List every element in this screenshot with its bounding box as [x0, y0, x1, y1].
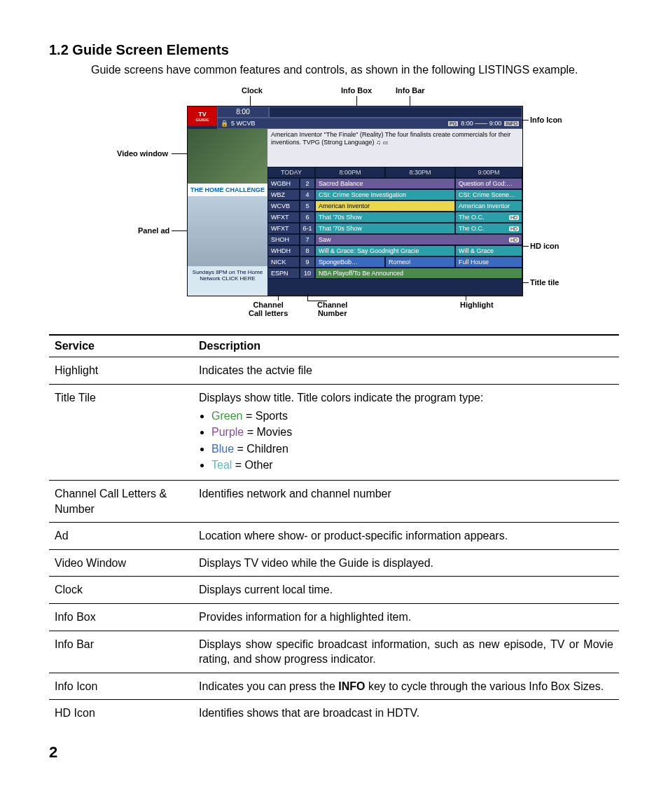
channel-number: 6	[300, 212, 315, 223]
service-name: HD Icon	[49, 700, 193, 727]
title-tile: Will & Grace: Say Goodnight Gracie	[315, 245, 455, 256]
service-row: Video WindowDisplays TV video while the …	[49, 549, 619, 577]
callout-infobar: Info Bar	[396, 86, 425, 95]
channel-call-letters: NICK	[267, 256, 300, 268]
title-tile: The O.C.	[455, 223, 522, 234]
title-tile: That '70s Show	[315, 212, 455, 223]
listing-row: WFXT6-1That '70s ShowThe O.C.	[267, 223, 522, 234]
listing-row: WGBH2Sacred BalanceQuestion of God:…	[267, 178, 522, 189]
callout-infobox: Info Box	[341, 86, 372, 95]
title-tile: CSI: Crime Scene…	[455, 189, 522, 200]
service-row: ClockDisplays current local time.	[49, 577, 619, 604]
th-description: Description	[193, 335, 619, 357]
service-name: Clock	[49, 577, 193, 604]
service-name: Title Tile	[49, 384, 193, 480]
service-row: Info IconIndicates you can press the INF…	[49, 673, 619, 700]
section-heading: 1.2 Guide Screen Elements	[49, 42, 619, 58]
service-row: Channel Call Letters & NumberIdentifies …	[49, 480, 619, 522]
intro-paragraph: Guide screens have common features and c…	[91, 62, 619, 78]
channel-call-letters: WFXT	[267, 223, 300, 234]
title-tile: CSI: Crime Scene Investigation	[315, 189, 455, 200]
video-window	[188, 129, 267, 184]
channel-number: 10	[300, 268, 315, 279]
infobar-time: 8:00 —— 9:00	[461, 120, 501, 127]
callout-infoicon: Info Icon	[530, 116, 562, 124]
page-number: 2	[49, 743, 619, 762]
title-tile: That '70s Show	[315, 223, 455, 234]
guide-infobar: 🔒 5 WCVB PG 8:00 —— 9:00 INFO	[217, 118, 522, 129]
service-name: Channel Call Letters & Number	[49, 480, 193, 522]
service-description: Identifies shows that are broadcast in H…	[193, 700, 619, 727]
channel-number: 8	[300, 245, 315, 256]
service-description: Identifies network and channel number	[193, 480, 619, 522]
callout-clock: Clock	[242, 86, 263, 95]
service-row: Info BoxProvides information for a highl…	[49, 603, 619, 631]
service-name: Ad	[49, 523, 193, 550]
callout-titletile: Title tile	[530, 278, 559, 287]
listing-row: WCVB5American InventorAmerican Inventor	[267, 200, 522, 212]
tvguide-logo: TVGUIDE	[188, 106, 217, 126]
service-row: HighlightIndicates the actvie file	[49, 357, 619, 385]
service-description: Displays show title. Title colors indica…	[193, 384, 619, 480]
channel-call-letters: WBZ	[267, 189, 300, 200]
channel-number: 5	[300, 200, 315, 212]
channel-number: 6-1	[300, 223, 315, 234]
listing-row: WBZ4CSI: Crime Scene InvestigationCSI: C…	[267, 189, 522, 200]
callout-panelad: Panel ad	[138, 226, 169, 235]
tv-guide-box: TVGUIDE 8:00 🔒 5 WCVB PG 8:00 —— 9:00 IN…	[187, 106, 523, 296]
info-icon: INFO	[504, 121, 519, 126]
listing-row: WHDH8Will & Grace: Say Goodnight GracieW…	[267, 245, 522, 256]
listing-row: WFXT6That '70s ShowThe O.C.	[267, 212, 522, 223]
listings-grid: American Inventor "The Finale" (Reality)…	[267, 129, 522, 296]
channel-number: 7	[300, 234, 315, 245]
info-box: American Inventor "The Finale" (Reality)…	[267, 129, 522, 167]
grid-header-cell: 9:00PM	[455, 167, 522, 178]
listing-row: NICK9SpongeBob…Romeo!Full House	[267, 256, 522, 268]
title-tile: American Inventor	[455, 200, 522, 212]
channel-call-letters: SHOH	[267, 234, 300, 245]
title-tile: The O.C.	[455, 212, 522, 223]
title-tile: NBA Playoff/To Be Announced	[315, 268, 522, 279]
service-description: Displays TV video while the Guide is dis…	[193, 549, 619, 577]
callout-highlight: Highlight	[460, 301, 494, 309]
title-tile: Saw	[315, 234, 522, 245]
channel-call-letters: ESPN	[267, 268, 300, 279]
callout-videowindow: Video window	[117, 149, 168, 158]
service-row: AdLocation where show- or product-specif…	[49, 523, 619, 550]
service-description: Indicates you can press the INFO key to …	[193, 673, 619, 700]
callout-hdicon: HD icon	[530, 242, 559, 250]
listing-row: ESPN10NBA Playoff/To Be Announced	[267, 268, 522, 279]
service-table: Service Description HighlightIndicates t…	[49, 334, 619, 727]
channel-number: 4	[300, 189, 315, 200]
channel-call-letters: WHDH	[267, 245, 300, 256]
title-tile: Question of God:…	[455, 178, 522, 189]
grid-header-cell: TODAY	[267, 167, 315, 178]
callout-callletters: Channel Call letters	[249, 301, 288, 317]
guide-clock: 8:00	[217, 106, 269, 118]
guide-figure: Clock Info Box Info Bar TVGUIDE 8:00 🔒 5…	[82, 86, 586, 324]
callout-channelnumber: Channel Number	[317, 301, 347, 317]
service-name: Info Icon	[49, 673, 193, 700]
th-service: Service	[49, 335, 193, 357]
channel-number: 9	[300, 256, 315, 268]
title-tile: American Inventor	[315, 200, 455, 212]
grid-header-cell: 8:00PM	[315, 167, 385, 178]
grid-header-cell: 8:30PM	[385, 167, 455, 178]
title-tile: Romeo!	[385, 256, 455, 268]
service-row: HD IconIdentifies shows that are broadca…	[49, 700, 619, 727]
title-tile: Will & Grace	[455, 245, 522, 256]
service-row: Title TileDisplays show title. Title col…	[49, 384, 619, 480]
panel-ad: THE HOME CHALLENGE Sundays 8PM on The Ho…	[188, 184, 267, 296]
channel-call-letters: WGBH	[267, 178, 300, 189]
service-description: Indicates the actvie file	[193, 357, 619, 385]
service-name: Info Bar	[49, 631, 193, 673]
service-description: Displays current local time.	[193, 577, 619, 604]
service-row: Info BarDisplays show specific broadcast…	[49, 631, 619, 673]
listing-row: SHOH7Saw	[267, 234, 522, 245]
service-name: Info Box	[49, 603, 193, 631]
service-name: Highlight	[49, 357, 193, 385]
service-name: Video Window	[49, 549, 193, 577]
service-description: Displays show specific broadcast informa…	[193, 631, 619, 673]
title-tile: SpongeBob…	[315, 256, 385, 268]
infobar-channel: 5 WCVB	[231, 120, 256, 127]
